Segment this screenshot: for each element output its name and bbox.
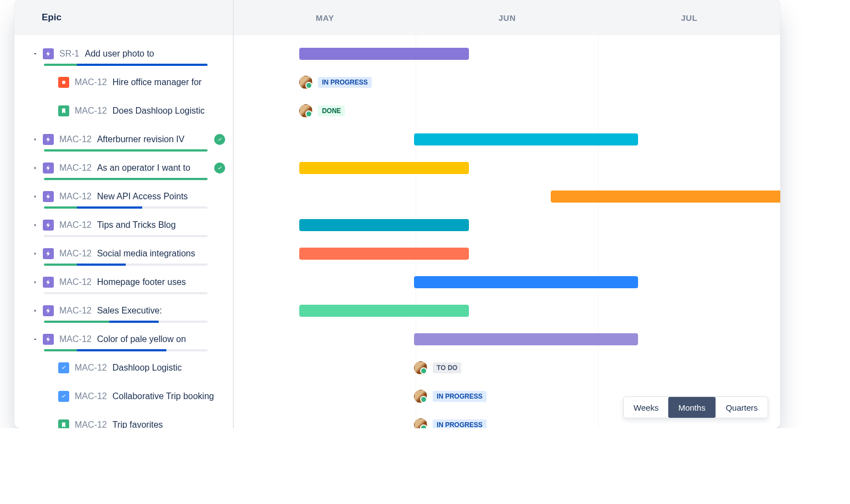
issue-title[interactable]: Social media integrations xyxy=(97,249,195,259)
chevron-down-icon[interactable] xyxy=(30,334,41,345)
timeline-bar[interactable] xyxy=(414,133,638,145)
chevron-right-icon[interactable] xyxy=(30,248,41,259)
issue-title[interactable]: Hire office manager for xyxy=(113,77,202,87)
timeline-bar[interactable] xyxy=(414,333,638,345)
issue-status-row: DONE xyxy=(299,105,345,117)
chevron-right-icon[interactable] xyxy=(30,220,41,231)
epic-icon xyxy=(43,163,54,173)
issue-title[interactable]: Homepage footer uses xyxy=(97,277,186,287)
epic-header: Epic xyxy=(14,0,233,35)
month-label: MAY xyxy=(234,0,416,35)
chevron-down-icon[interactable] xyxy=(30,48,41,59)
done-badge xyxy=(214,163,225,173)
issue-key[interactable]: MAC-12 xyxy=(59,135,92,144)
status-badge: TO DO xyxy=(433,362,461,373)
epic-row[interactable]: MAC-12Tips and Tricks Blog xyxy=(14,211,233,239)
chevron-right-icon[interactable] xyxy=(30,134,41,145)
avatar[interactable] xyxy=(414,361,427,374)
issue-row[interactable]: MAC-12Hire office manager for xyxy=(14,68,233,97)
status-badge: IN PROGRESS xyxy=(433,419,486,428)
zoom-months[interactable]: Months xyxy=(668,397,715,418)
chevron-right-icon[interactable] xyxy=(30,191,41,202)
svg-point-0 xyxy=(62,81,65,84)
avatar[interactable] xyxy=(414,390,427,403)
epic-row[interactable]: MAC-12As an operator I want to xyxy=(14,154,233,182)
epic-row[interactable]: MAC-12New API Access Points xyxy=(14,182,233,211)
issue-status-row: IN PROGRESS xyxy=(414,419,486,428)
zoom-weeks[interactable]: Weeks xyxy=(624,397,669,418)
zoom-selector: Weeks Months Quarters xyxy=(623,396,768,418)
issue-key[interactable]: MAC-12 xyxy=(59,220,92,230)
issue-row[interactable]: MAC-12Does Dashloop Logistic xyxy=(14,97,233,125)
timeline-bar[interactable] xyxy=(299,48,468,60)
zoom-quarters[interactable]: Quarters xyxy=(715,397,768,418)
month-label: JUL xyxy=(598,0,780,35)
epic-tree: SR-1Add user photo toMAC-12Hire office m… xyxy=(14,35,233,428)
issue-key[interactable]: MAC-12 xyxy=(59,306,92,316)
issue-key[interactable]: MAC-12 xyxy=(75,363,107,373)
progress-bar xyxy=(44,149,208,152)
bug-icon xyxy=(58,77,69,88)
issue-key[interactable]: MAC-12 xyxy=(59,277,92,287)
issue-row[interactable]: MAC-12Trip favorites xyxy=(14,411,233,428)
issue-title[interactable]: Does Dashloop Logistic xyxy=(113,106,205,116)
timeline-bar[interactable] xyxy=(551,191,780,203)
epic-icon xyxy=(43,334,54,345)
timeline-bar[interactable] xyxy=(299,219,468,231)
issue-key[interactable]: MAC-12 xyxy=(75,77,107,87)
issue-title[interactable]: Color of pale yellow on xyxy=(97,334,186,344)
progress-bar xyxy=(44,349,208,351)
epic-row[interactable]: MAC-12Color of pale yellow on xyxy=(14,325,233,354)
epic-row[interactable]: MAC-12Homepage footer uses xyxy=(14,268,233,296)
epic-icon xyxy=(43,277,54,288)
timeline-bar[interactable] xyxy=(299,248,468,260)
issue-row[interactable]: MAC-12Collaborative Trip booking xyxy=(14,382,233,411)
epic-icon xyxy=(43,134,54,145)
epic-row[interactable]: SR-1Add user photo to xyxy=(14,40,233,68)
done-badge xyxy=(214,134,225,145)
issue-title[interactable]: As an operator I want to xyxy=(97,163,191,173)
issue-key[interactable]: MAC-12 xyxy=(59,163,92,173)
issue-title[interactable]: Afterburner revision IV xyxy=(97,135,184,144)
epic-icon xyxy=(43,305,54,316)
issue-key[interactable]: MAC-12 xyxy=(75,391,107,401)
issue-key[interactable]: MAC-12 xyxy=(59,192,92,201)
story-icon xyxy=(58,419,69,428)
avatar[interactable] xyxy=(299,104,312,117)
progress-bar xyxy=(44,321,208,323)
timeline-bar[interactable] xyxy=(414,276,638,288)
timeline-panel[interactable]: MAYJUNJUL IN PROGRESSDONETO DOIN PROGRES… xyxy=(234,0,780,428)
issue-title[interactable]: Sales Executive: xyxy=(97,306,162,316)
issue-status-row: IN PROGRESS xyxy=(299,76,371,88)
chevron-right-icon[interactable] xyxy=(30,163,41,173)
issue-key[interactable]: MAC-12 xyxy=(75,420,107,428)
avatar[interactable] xyxy=(299,76,312,89)
epic-icon xyxy=(43,220,54,231)
avatar[interactable] xyxy=(414,418,427,428)
roadmap-board: Epic SR-1Add user photo toMAC-12Hire off… xyxy=(14,0,780,428)
epic-row[interactable]: MAC-12Sales Executive: xyxy=(14,296,233,325)
timeline-bar[interactable] xyxy=(299,162,468,174)
issue-title[interactable]: Tips and Tricks Blog xyxy=(97,220,176,230)
issue-title[interactable]: New API Access Points xyxy=(97,192,188,201)
issue-key[interactable]: SR-1 xyxy=(59,49,79,59)
issue-key[interactable]: MAC-12 xyxy=(59,334,92,344)
issue-status-row: TO DO xyxy=(414,362,461,374)
story-icon xyxy=(58,105,69,116)
timeline-bar[interactable] xyxy=(299,305,468,317)
issue-title[interactable]: Collaborative Trip booking xyxy=(113,391,214,401)
issue-key[interactable]: MAC-12 xyxy=(75,106,107,116)
epic-row[interactable]: MAC-12Afterburner revision IV xyxy=(14,125,233,154)
issue-key[interactable]: MAC-12 xyxy=(59,249,92,259)
issue-title[interactable]: Trip favorites xyxy=(113,420,163,428)
issue-row[interactable]: MAC-12Dashloop Logistic xyxy=(14,354,233,382)
epic-row[interactable]: MAC-12Social media integrations xyxy=(14,239,233,268)
epic-icon xyxy=(43,248,54,259)
chevron-right-icon[interactable] xyxy=(30,305,41,316)
epic-icon xyxy=(43,48,54,59)
issue-title[interactable]: Dashloop Logistic xyxy=(113,363,182,373)
chevron-right-icon[interactable] xyxy=(30,277,41,288)
status-badge: DONE xyxy=(318,105,345,116)
issue-title[interactable]: Add user photo to xyxy=(85,49,154,59)
epic-panel: Epic SR-1Add user photo toMAC-12Hire off… xyxy=(14,0,234,428)
